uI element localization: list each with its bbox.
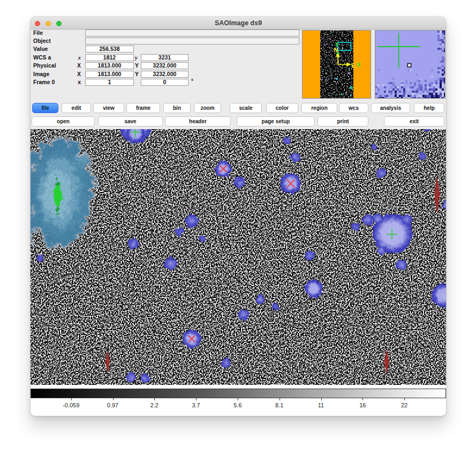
svg-text:E: E — [351, 62, 355, 69]
svg-text:Y: Y — [335, 41, 339, 48]
svg-text:X: X — [357, 62, 361, 68]
